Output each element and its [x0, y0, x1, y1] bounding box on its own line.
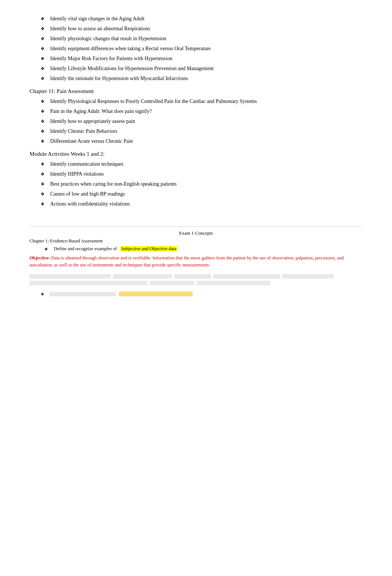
objective-text: Objective: Data is obtained through obse… — [30, 255, 362, 269]
list-item-text: Identify HIPPA violations — [50, 170, 104, 178]
list-item-text: Identify Major Risk Factors for Patients… — [50, 55, 172, 62]
list-item: ❖ Best practices when caring for non-Eng… — [41, 180, 362, 188]
list-item: ❖ Identify Chronic Pain Behaviors — [41, 127, 362, 135]
bullet-icon: ❖ — [41, 35, 46, 42]
list-item: ❖ Identify Physiological Responses to Po… — [41, 97, 362, 105]
sub-list-item: ❖ Define and recognize examples of Subje… — [44, 245, 362, 252]
bullet-icon: ❖ — [41, 138, 46, 145]
list-item: ❖ Identify physiologic changes that resu… — [41, 35, 362, 42]
bullet-icon: ❖ — [41, 65, 46, 72]
list-item-text: Identify how to assess an abnormal Respi… — [50, 25, 150, 32]
list-item-text: Identify the rationale for Hypotension w… — [50, 75, 188, 82]
bullet-icon: ❖ — [41, 171, 46, 177]
bullet-icon: ❖ — [41, 292, 46, 297]
blurred-content-block — [30, 274, 362, 285]
module-heading: Module Activities Weeks 1 and 2: — [30, 151, 362, 157]
blurred-sub-bullet-block: ❖ — [30, 291, 362, 297]
list-item-text: Actions with confidentiality violations — [50, 200, 130, 208]
exam-concepts-label: Exam 1 Concepts — [30, 230, 362, 236]
list-item: ❖ Identify Major Risk Factors for Patien… — [41, 55, 362, 62]
bullet-icon: ❖ — [41, 15, 46, 22]
bullet-icon: ❖ — [41, 201, 46, 207]
list-item: ❖ Pain in the Aging Adult: What does pai… — [41, 107, 362, 115]
list-item: ❖ Identify vital sign changes in the Agi… — [41, 15, 362, 23]
bullet-icon: ❖ — [41, 181, 46, 187]
highlighted-text: Subjective and Objective data — [120, 246, 177, 251]
chapter1-heading: Chapter 1: Evidence-Based Assessment — [30, 238, 362, 244]
list-item: ❖ Identify the rationale for Hypotension… — [41, 75, 362, 82]
list-item-text: Identify Chronic Pain Behaviors — [50, 127, 117, 135]
list-item: ❖ Identify how to appropriately assess p… — [41, 117, 362, 125]
bullet-icon: ❖ — [41, 191, 46, 197]
chapter1-sub-list: ❖ Define and recognize examples of Subje… — [30, 245, 362, 252]
list-item-text: Identify communication techniques — [50, 160, 123, 168]
list-item-text: Identify vital sign changes in the Aging… — [50, 15, 144, 23]
bullet-icon: ❖ — [41, 128, 46, 135]
bullet-icon: ❖ — [41, 98, 46, 105]
list-item-text: Causes of low and high BP readings — [50, 190, 125, 198]
list-item: ❖ Causes of low and high BP readings — [41, 190, 362, 198]
list-item-text: Differentiate Acute versus Chronic Pain — [50, 137, 133, 145]
list-item-text: Identify physiologic changes that result… — [50, 35, 166, 42]
list-item: ❖ Identify how to assess an abnormal Res… — [41, 25, 362, 32]
module-list: ❖ Identify communication techniques ❖ Id… — [30, 160, 362, 208]
list-item: ❖ Identify communication techniques — [41, 160, 362, 168]
vital-signs-list: ❖ Identify vital sign changes in the Agi… — [30, 15, 362, 82]
list-item: ❖ Identify HIPPA violations — [41, 170, 362, 178]
list-item-text: Identify Lifestyle Modifications for Hyp… — [50, 65, 214, 72]
bullet-icon: ❖ — [41, 25, 46, 32]
list-item-text: Best practices when caring for non-Engli… — [50, 180, 177, 188]
exam-concepts-section: Exam 1 Concepts Chapter 1: Evidence-Base… — [30, 226, 362, 297]
list-item: ❖ Differentiate Acute versus Chronic Pai… — [41, 137, 362, 145]
list-item-text: Identify equipment differences when taki… — [50, 45, 211, 52]
bullet-icon: ❖ — [41, 108, 46, 115]
objective-label: Objective: — [30, 255, 50, 261]
list-item-text: Identify how to appropriately assess pai… — [50, 117, 135, 125]
bullet-icon: ❖ — [41, 75, 46, 82]
list-item: ❖ Identify Lifestyle Modifications for H… — [41, 65, 362, 72]
bullet-icon: ❖ — [44, 246, 49, 252]
list-item: ❖ Identify equipment differences when ta… — [41, 45, 362, 52]
define-text: Define and recognize examples of Subject… — [54, 245, 177, 252]
bullet-icon: ❖ — [41, 55, 46, 62]
chapter11-heading: Chapter 11: Pain Assessment — [30, 88, 362, 94]
bullet-icon: ❖ — [41, 45, 46, 52]
list-item: ❖ Actions with confidentiality violation… — [41, 200, 362, 208]
list-item-text: Pain in the Aging Adult: What does pain … — [50, 107, 152, 115]
list-item-text: Identify Physiological Responses to Poor… — [50, 97, 257, 105]
bullet-icon: ❖ — [41, 118, 46, 125]
bullet-icon: ❖ — [41, 161, 46, 168]
chapter11-list: ❖ Identify Physiological Responses to Po… — [30, 97, 362, 145]
